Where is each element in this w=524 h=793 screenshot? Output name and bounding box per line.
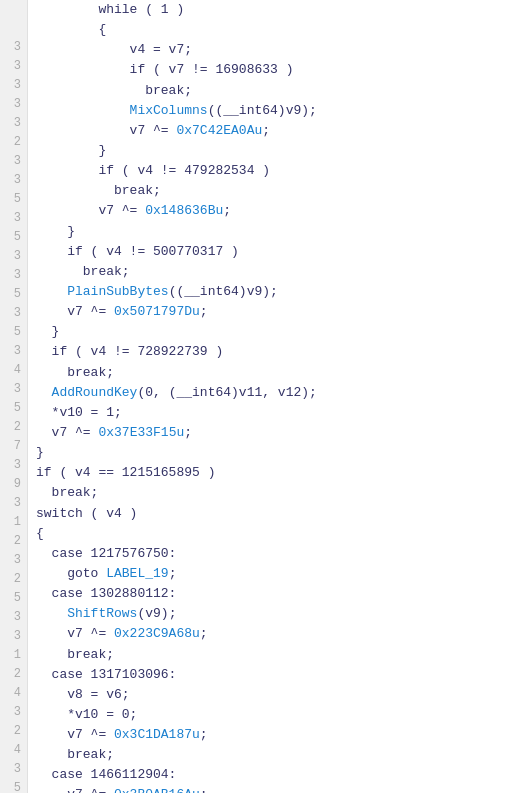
- code-line: break;: [36, 81, 516, 101]
- code-line: case 1317103096:: [36, 665, 516, 685]
- code-line: v7 ^= 0x5071797Du;: [36, 302, 516, 322]
- code-line: v7 ^= 0x223C9A68u;: [36, 624, 516, 644]
- code-content[interactable]: while ( 1 ) { v4 = v7; if ( v7 != 169086…: [28, 0, 524, 793]
- code-container: 3 3 3 3 3 2 3 3 5 3 5 3 3 5 3 5 3 4 3 5 …: [0, 0, 524, 793]
- code-line: MixColumns((__int64)v9);: [36, 101, 516, 121]
- code-line: }: [36, 222, 516, 242]
- code-line: case 1466112904:: [36, 765, 516, 785]
- code-line: break;: [36, 645, 516, 665]
- code-line: {: [36, 524, 516, 544]
- code-line: if ( v4 == 1215165895 ): [36, 463, 516, 483]
- code-line: break;: [36, 262, 516, 282]
- code-line: *v10 = 1;: [36, 403, 516, 423]
- code-line: break;: [36, 483, 516, 503]
- code-line: goto LABEL_19;: [36, 564, 516, 584]
- code-line: case 1302880112:: [36, 584, 516, 604]
- line-numbers: 3 3 3 3 3 2 3 3 5 3 5 3 3 5 3 5 3 4 3 5 …: [0, 0, 28, 793]
- code-line: if ( v7 != 16908633 ): [36, 60, 516, 80]
- code-line: while ( 1 ): [36, 0, 516, 20]
- code-line: v7 ^= 0x37E33F15u;: [36, 423, 516, 443]
- code-line: PlainSubBytes((__int64)v9);: [36, 282, 516, 302]
- code-line: v7 ^= 0x7C42EA0Au;: [36, 121, 516, 141]
- code-line: {: [36, 20, 516, 40]
- code-line: AddRoundKey(0, (__int64)v11, v12);: [36, 383, 516, 403]
- code-line: break;: [36, 363, 516, 383]
- code-line: if ( v4 != 500770317 ): [36, 242, 516, 262]
- code-line: switch ( v4 ): [36, 504, 516, 524]
- code-line: }: [36, 322, 516, 342]
- code-line: v7 ^= 0x3C1DA187u;: [36, 725, 516, 745]
- code-line: case 1217576750:: [36, 544, 516, 564]
- code-line: v7 ^= 0x3B0AB16Au;: [36, 785, 516, 793]
- code-line: *v10 = 0;: [36, 705, 516, 725]
- code-line: v7 ^= 0x148636Bu;: [36, 201, 516, 221]
- code-line: break;: [36, 745, 516, 765]
- code-line: v4 = v7;: [36, 40, 516, 60]
- code-line: if ( v4 != 479282534 ): [36, 161, 516, 181]
- code-line: v8 = v6;: [36, 685, 516, 705]
- code-line: ShiftRows(v9);: [36, 604, 516, 624]
- code-line: }: [36, 141, 516, 161]
- code-line: }: [36, 443, 516, 463]
- code-line: if ( v4 != 728922739 ): [36, 342, 516, 362]
- code-line: break;: [36, 181, 516, 201]
